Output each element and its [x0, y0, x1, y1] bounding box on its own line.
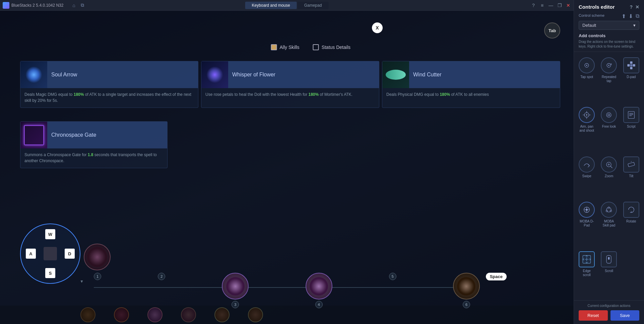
control-swipe[interactable]: Swipe	[577, 155, 596, 197]
reset-button[interactable]: Reset	[579, 310, 608, 321]
svg-point-16	[608, 114, 610, 116]
control-edge-scroll[interactable]: Edge scroll	[577, 250, 596, 296]
minimize-btn[interactable]: —	[548, 3, 554, 8]
sidebar-close-icon[interactable]: ✕	[635, 4, 639, 10]
rotate-label: Rotate	[626, 219, 636, 223]
dpad-key-up[interactable]: W	[45, 229, 55, 239]
aim-pan-shoot-icon-wrap	[579, 107, 595, 123]
maximize-btn[interactable]: ❐	[557, 3, 562, 8]
tab-keyboard-mouse[interactable]: Keyboard and mouse	[245, 2, 297, 9]
svg-point-27	[586, 209, 588, 211]
moba-skill-pad-icon-wrap	[601, 202, 617, 218]
dpad-overlay[interactable]: W S A D ▼	[20, 223, 80, 284]
control-tap-spot[interactable]: Tap spot	[577, 56, 596, 102]
close-btn[interactable]: ✕	[566, 3, 571, 8]
status-details-checkbox[interactable]: Status Details	[313, 44, 350, 50]
sidebar-bottom: Current configuration actions Reset Save	[574, 300, 644, 324]
scheme-import-icon[interactable]: ⬆	[622, 13, 626, 19]
skill-card-whisper: Whisper of Flower Use rose petals to hea…	[201, 61, 379, 108]
free-look-label: Free look	[602, 125, 616, 129]
control-repeated-tap[interactable]: Repeated tap	[599, 56, 618, 102]
x-button[interactable]: X	[372, 22, 383, 33]
svg-point-14	[586, 114, 587, 116]
repeated-tap-icon	[604, 61, 614, 70]
ui-checkboxes: Ally Skills Status Details	[271, 44, 351, 50]
sidebar-action-buttons: Reset Save	[579, 310, 639, 321]
title-bar-nav-icons: ⌂ ⧉	[71, 2, 85, 8]
control-moba-dpad[interactable]: MOBA D-Pad	[577, 200, 596, 247]
add-controls-section: Add controls Drag the actions on the scr…	[579, 33, 639, 49]
char-slot-5: 5	[389, 273, 396, 308]
small-avatar-3	[147, 307, 163, 322]
menu-btn[interactable]: ≡	[539, 3, 545, 8]
control-aim-pan-shoot[interactable]: Aim, pan and shoot	[577, 106, 596, 152]
control-zoom[interactable]: Zoom	[599, 155, 618, 197]
control-tilt[interactable]: Tilt	[622, 155, 641, 197]
skill-icon-wind-cutter	[382, 61, 409, 88]
free-look-icon	[604, 110, 614, 120]
skill-icon-soul-arrow	[20, 61, 47, 88]
rotate-icon-wrap	[623, 202, 639, 218]
svg-line-24	[611, 166, 613, 168]
edge-scroll-label: Edge scroll	[579, 269, 595, 277]
control-dpad[interactable]: D-pad	[622, 56, 641, 102]
char-bar-container: 1 2 3 4 5	[0, 277, 574, 304]
char-slot-2: 2	[158, 273, 165, 308]
char-num-3: 3	[232, 301, 239, 308]
app-logo: BlueStacks 2 5.4.0.1042 N32	[3, 2, 63, 9]
save-button[interactable]: Save	[610, 310, 640, 321]
dpad-key-right[interactable]: D	[65, 249, 75, 259]
char-num-2: 2	[158, 273, 165, 280]
control-rotate[interactable]: Rotate	[622, 200, 641, 247]
svg-rect-38	[608, 257, 610, 260]
sidebar-controls-editor: Controls editor ? ✕ Control scheme ⬆ ⬇ ⧉…	[574, 0, 644, 324]
control-scroll[interactable]: Scroll	[599, 250, 618, 296]
status-checkbox-box[interactable]	[313, 44, 319, 50]
dpad-key-left[interactable]: A	[26, 249, 36, 259]
scheme-copy-icon[interactable]: ⧉	[636, 13, 639, 19]
skill-desc-chrono: Summons a Chronospace Gate for 1.8 secon…	[20, 148, 167, 167]
svg-rect-17	[628, 111, 634, 118]
small-avatar-4	[181, 307, 196, 322]
char-num-4: 4	[315, 301, 323, 308]
scheme-action-icons: ⬆ ⬇ ⧉	[622, 13, 639, 19]
control-moba-skill-pad[interactable]: MOBA Skill pad	[599, 200, 618, 247]
skill-card-chrono: Chronospace Gate Summons a Chronospace G…	[20, 121, 168, 168]
ally-skills-checkbox[interactable]: Ally Skills	[271, 44, 300, 50]
small-avatar-5	[214, 307, 230, 322]
skills-row-1: Soul Arrow Deals Magic DMG equal to 180%…	[20, 61, 560, 108]
scheme-dropdown[interactable]: Default ▾	[579, 21, 639, 30]
swipe-label: Swipe	[582, 174, 591, 178]
controls-grid: Tap spot Repeated tap	[574, 52, 644, 300]
multi-window-icon[interactable]: ⧉	[79, 2, 85, 8]
char-slot-6: 6	[453, 273, 480, 308]
rotate-icon	[627, 205, 636, 214]
tab-gamepad[interactable]: Gamepad	[298, 2, 329, 9]
dpad-key-down[interactable]: S	[45, 268, 55, 278]
scroll-icon-wrap	[601, 251, 617, 267]
whisper-highlight-1: 180%	[309, 92, 319, 97]
svg-rect-6	[627, 64, 630, 67]
skill-card-wind-cutter: Wind Cutter Deals Physical DMG equal to …	[382, 61, 560, 108]
script-label: Script	[627, 125, 636, 129]
home-icon[interactable]: ⌂	[71, 2, 77, 8]
sidebar-title-row: Controls editor ? ✕	[579, 4, 639, 10]
tab-key-button[interactable]: Tab	[544, 22, 560, 39]
swipe-icon-wrap	[579, 156, 595, 173]
sidebar-header: Controls editor ? ✕ Control scheme ⬆ ⬇ ⧉…	[574, 0, 644, 52]
repeated-tap-icon-wrap	[601, 57, 617, 73]
ally-checkbox-box[interactable]	[271, 44, 277, 50]
control-script[interactable]: Script	[622, 106, 641, 152]
current-config-label: Current configuration actions	[579, 304, 639, 308]
scheme-export-icon[interactable]: ⬇	[629, 13, 633, 19]
tilt-icon	[627, 160, 636, 169]
char-avatar-3	[222, 273, 249, 300]
skill-icon-whisper	[201, 61, 228, 88]
help-btn[interactable]: ?	[531, 3, 536, 8]
char-slot-1: 1	[94, 273, 101, 308]
small-avatar-6	[248, 307, 263, 322]
scroll-label: Scroll	[605, 269, 613, 273]
control-free-look[interactable]: Free look	[599, 106, 618, 152]
scheme-value: Default	[582, 23, 596, 28]
sidebar-help-icon[interactable]: ?	[630, 4, 633, 10]
